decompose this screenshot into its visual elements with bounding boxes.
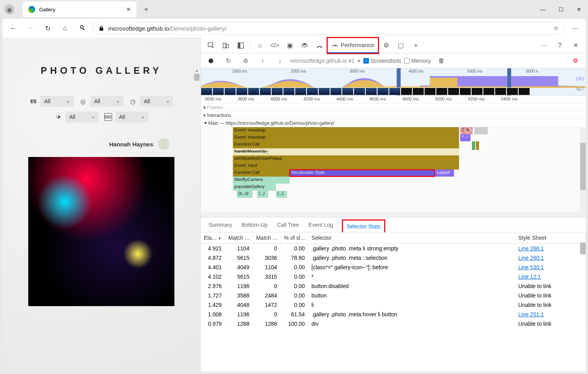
back-button[interactable]: ←: [6, 21, 20, 35]
flame-fn2[interactable]: Function Call: [233, 170, 290, 177]
elements-icon[interactable]: </>: [268, 38, 282, 53]
browser-tab[interactable]: Gallery ✕: [23, 2, 136, 17]
flame-small2[interactable]: (...): [257, 191, 268, 198]
dock-icon[interactable]: [234, 38, 248, 53]
table-row[interactable]: 2.976119600.00button:disabledUnable to l…: [201, 281, 586, 291]
table-row[interactable]: 4.401404911040.00[class*=" gallery-icon-…: [201, 263, 586, 272]
recording-dropdown[interactable]: microsoftedge.github.io #1: [290, 58, 354, 64]
flame-gray[interactable]: [474, 127, 488, 134]
flame-scrollbar-h[interactable]: [201, 212, 580, 217]
menu-button[interactable]: ⋯: [568, 21, 582, 35]
flame-olive-small[interactable]: [476, 141, 479, 150]
timeline-ruler[interactable]: 3600 ms3800 ms4000 ms4200 ms4400 ms4600 …: [201, 96, 586, 104]
flame-setvalue[interactable]: setValueAndClosePopup: [233, 155, 459, 162]
favorite-icon[interactable]: ☆: [554, 25, 559, 32]
table-row[interactable]: 4.102561533150.00*Line 12:1: [201, 272, 586, 281]
table-row[interactable]: 4.8725615303678.60.gallery .photo .meta …: [201, 253, 586, 263]
kebab-icon[interactable]: ⋯: [537, 38, 551, 53]
col-match1[interactable]: Match ...: [225, 232, 253, 244]
flame-task2[interactable]: T...k: [460, 127, 473, 134]
reload-record-button[interactable]: ↻: [221, 54, 235, 68]
help-icon[interactable]: ?: [553, 38, 567, 53]
col-sheet[interactable]: Style Sheet: [515, 232, 586, 244]
close-window-button[interactable]: ✕: [570, 2, 588, 16]
shutter-select[interactable]: All: [140, 96, 173, 107]
table-row[interactable]: 1.429404814720.00liUnable to link: [201, 300, 586, 310]
refresh-button[interactable]: ↻: [41, 21, 55, 35]
search-button[interactable]: 🔍︎: [75, 21, 89, 35]
aperture-select[interactable]: All: [90, 96, 123, 107]
flame-scrollbar-v[interactable]: [580, 127, 586, 217]
table-row[interactable]: 1.727358824840.00buttonUnable to link: [201, 291, 586, 300]
flame-p[interactable]: P...t: [460, 134, 470, 141]
profile-button[interactable]: ◉: [0, 4, 19, 15]
section-interactions[interactable]: Interactions: [201, 111, 586, 119]
col-elapsed[interactable]: Ela... ▼: [201, 232, 225, 244]
screenshots-checkbox[interactable]: ✓Screenshots: [363, 58, 401, 64]
close-tab-icon[interactable]: ✕: [126, 6, 131, 13]
table-row[interactable]: 4.921110400.00.gallery .photo .meta li s…: [201, 244, 586, 254]
flame-small1[interactable]: (a...s): [237, 191, 252, 198]
new-tab-button[interactable]: +: [140, 5, 153, 14]
memory-icon[interactable]: ⚙: [379, 38, 393, 53]
sources-icon[interactable]: ▣: [283, 38, 297, 53]
stylesheet-link[interactable]: Line 266:1: [518, 245, 544, 252]
tab-selector-stats[interactable]: Selector Stats: [343, 220, 385, 234]
maximize-button[interactable]: ☐: [552, 2, 570, 16]
gallery-photo[interactable]: [28, 157, 174, 306]
sound-select[interactable]: All: [65, 111, 99, 122]
download-button[interactable]: ↓: [273, 54, 287, 68]
flame-layout[interactable]: Layout: [435, 170, 454, 177]
clear-button[interactable]: ⊘: [238, 54, 252, 68]
table-row[interactable]: 1.0081196061.54.gallery .photo .meta:hov…: [201, 310, 586, 319]
iso-select[interactable]: All: [115, 111, 149, 122]
close-devtools-icon[interactable]: ✕: [568, 38, 583, 53]
tab-performance[interactable]: Performance: [327, 38, 378, 53]
device-icon[interactable]: [219, 38, 233, 53]
flame-fn1[interactable]: Function Call: [233, 141, 459, 148]
tab-call-tree[interactable]: Call Tree: [277, 222, 299, 228]
flame-populate[interactable]: populateGallery: [233, 184, 276, 191]
welcome-icon[interactable]: ⌂: [253, 38, 267, 53]
flame-handle[interactable]: handleMouseUp_: [233, 148, 459, 155]
application-icon[interactable]: ▢: [394, 38, 408, 53]
stylesheet-link[interactable]: Line 530:1: [518, 264, 544, 270]
col-match2[interactable]: Match ...: [253, 232, 281, 244]
more-tabs-button[interactable]: +: [409, 38, 423, 53]
camera-select[interactable]: All: [40, 96, 74, 107]
col-selector[interactable]: Selector: [308, 232, 515, 244]
flame-small3[interactable]: (...): [276, 191, 287, 198]
flame-mouseup[interactable]: Event: mouseup: [233, 127, 459, 134]
tab-bottom-up[interactable]: Bottom-Up: [241, 222, 268, 228]
bug-icon[interactable]: 🐞︎: [298, 38, 312, 53]
table-scrollbar[interactable]: [580, 232, 586, 372]
scroll-thumb[interactable]: [194, 74, 200, 81]
col-pct[interactable]: % of sl...: [280, 232, 308, 244]
stylesheet-link[interactable]: Line 260:1: [518, 255, 544, 261]
chevron-down-icon[interactable]: ▾: [358, 58, 360, 64]
gc-icon[interactable]: 🗑︎: [434, 54, 448, 68]
network-wave-icon[interactable]: [312, 38, 327, 53]
section-frames[interactable]: Frames: [201, 104, 586, 111]
flame-mouseup[interactable]: Event: mouseup: [233, 134, 459, 141]
table-row[interactable]: 0.97912881288100.00divUnable to link: [201, 319, 586, 328]
section-main[interactable]: Main — https://microsoftedge.github.io/D…: [201, 119, 586, 127]
upload-button[interactable]: ↑: [256, 54, 270, 68]
flame-input[interactable]: Event: input: [233, 162, 459, 170]
stylesheet-link[interactable]: Line 251:1: [518, 311, 544, 317]
tab-event-log[interactable]: Event Log: [309, 222, 333, 228]
tab-summary[interactable]: Summary: [209, 222, 232, 228]
record-button[interactable]: [204, 54, 218, 68]
minimize-button[interactable]: —: [534, 2, 552, 16]
memory-checkbox[interactable]: Memory: [404, 58, 431, 64]
scroll-up-icon[interactable]: ▲: [194, 68, 200, 73]
home-button[interactable]: ⌂: [58, 21, 72, 35]
page-scrollbar[interactable]: ▲ ▼: [194, 74, 200, 372]
flame-green[interactable]: [472, 141, 475, 150]
inspect-icon[interactable]: [204, 38, 218, 53]
settings-gear-icon[interactable]: ⚙: [568, 54, 583, 68]
flamegraph[interactable]: Task T...k Event: mouseup Event: mouseup…: [201, 127, 586, 217]
stylesheet-link[interactable]: Line 12:1: [518, 274, 541, 280]
flame-recalc[interactable]: Recalculate Style: [290, 170, 435, 177]
overview-panel[interactable]: 1000 ms2000 ms3000 ms4000 ms5000 ms6000 …: [201, 68, 586, 96]
